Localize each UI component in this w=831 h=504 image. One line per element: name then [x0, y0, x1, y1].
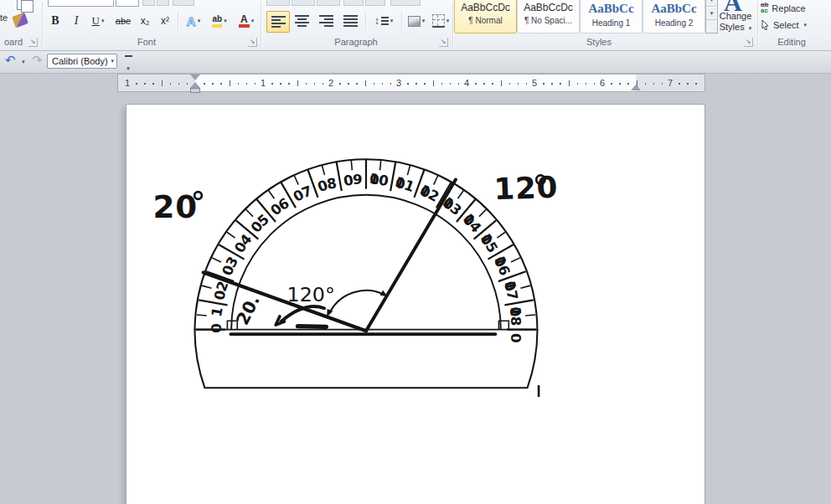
shrink-font-partial[interactable] — [157, 0, 169, 6]
document-area: 0102030405060708090100110120130140150160… — [0, 93, 831, 504]
hanging-indent-marker[interactable] — [190, 82, 200, 88]
quick-access-toolbar: ↶ ▾ ↷ Calibri (Body) ▾ ▾ — [0, 51, 831, 74]
handwritten-degree-left — [194, 192, 202, 199]
ruler-dot — [518, 83, 519, 85]
ruler-band[interactable]: 11234567 — [117, 74, 705, 92]
align-right-button[interactable] — [315, 11, 337, 31]
ruler-dot — [560, 83, 561, 85]
ruler-dot — [288, 83, 290, 85]
replace-icon-bottom: ac — [761, 8, 768, 14]
chevron-down-icon[interactable]: ▾ — [101, 18, 105, 24]
highlight-button[interactable]: ab — [212, 15, 222, 28]
ruler-dot — [339, 83, 341, 85]
document-page[interactable]: 0102030405060708090100110120130140150160… — [126, 105, 705, 504]
underline-button[interactable]: U — [92, 14, 100, 28]
ruler-dot — [271, 83, 273, 85]
justify-button[interactable] — [339, 11, 361, 31]
select-button[interactable]: Select ▾ — [761, 18, 807, 31]
replace-button[interactable]: ab ac Replace — [761, 2, 806, 14]
ruler-dot — [220, 83, 222, 85]
style-card-no-spacing[interactable]: AaBbCcDc ¶ No Spaci... — [517, 0, 580, 33]
group-separator — [42, 2, 43, 48]
text-caret — [538, 385, 540, 397]
numbering-partial[interactable] — [292, 0, 315, 6]
svg-text:0: 0 — [209, 323, 225, 333]
clear-formatting-partial[interactable] — [173, 0, 194, 6]
chevron-down-icon: ▾ — [749, 25, 752, 31]
bold-button[interactable]: B — [45, 11, 65, 31]
multilevel-list-partial[interactable] — [317, 0, 340, 6]
protractor-tick — [434, 176, 438, 185]
font-dialog-launcher[interactable]: ↘ — [248, 38, 257, 47]
superscript-button[interactable]: x² — [156, 11, 174, 31]
chevron-down-icon[interactable]: ▾ — [390, 18, 394, 24]
copy-icon-back[interactable] — [21, 0, 34, 13]
style-card-heading2[interactable]: AaBbCc Heading 2 — [643, 0, 705, 33]
italic-button[interactable]: I — [67, 11, 85, 31]
change-styles-line1: Change — [715, 11, 756, 22]
protractor-figure[interactable]: 0102030405060708090100110120130140150160… — [126, 105, 705, 504]
increase-indent-partial[interactable] — [365, 0, 385, 6]
grow-font-partial[interactable] — [142, 0, 155, 6]
ruler-dot — [526, 83, 528, 85]
customize-toolbar-button[interactable]: ▾ — [123, 55, 133, 74]
highlight-color-bar — [212, 24, 222, 28]
svg-text:18: 18 — [508, 306, 524, 326]
ruler-dot — [178, 83, 180, 85]
text-effects-button[interactable]: A — [187, 14, 196, 28]
borders-button[interactable]: ▾ — [429, 11, 452, 31]
chevron-down-icon[interactable]: ▾ — [446, 18, 450, 24]
group-separator — [261, 2, 261, 48]
ruler-dot — [348, 83, 349, 85]
chevron-down-icon[interactable]: ▾ — [198, 18, 201, 24]
svg-text:16: 16 — [491, 254, 513, 277]
font-color-button[interactable]: A — [239, 15, 250, 28]
shading-button[interactable]: ▾ — [405, 11, 428, 31]
paragraph-dialog-launcher[interactable]: ↘ — [439, 38, 448, 47]
clipboard-dialog-launcher[interactable]: ↘ — [28, 38, 38, 47]
ruler-dot — [374, 83, 375, 85]
align-left-button[interactable] — [266, 11, 290, 33]
select-label: Select — [773, 20, 799, 30]
bullets-partial[interactable] — [266, 0, 290, 6]
ruler-dot — [662, 83, 663, 85]
ruler-dot — [204, 83, 205, 85]
change-styles-button[interactable]: Change Styles ▾ — [715, 11, 756, 33]
decrease-indent-partial[interactable] — [343, 0, 364, 6]
undo-button[interactable]: ↶ — [5, 53, 16, 68]
protractor-inner-arc — [231, 195, 501, 330]
strikethrough-button[interactable]: abe — [112, 11, 134, 31]
style-card-heading1[interactable]: AaBbCc Heading 1 — [580, 0, 643, 33]
format-painter-icon[interactable] — [12, 13, 28, 28]
align-center-button[interactable] — [291, 11, 312, 31]
style-preview: AaBbCcDc — [518, 2, 579, 13]
undo-dropdown-icon[interactable]: ▾ — [22, 59, 25, 65]
printed-angle-label: 120° — [287, 283, 335, 306]
button-separator — [401, 12, 402, 30]
paste-label-partial[interactable]: te — [0, 13, 8, 23]
subscript-button[interactable]: x₂ — [136, 11, 154, 31]
font-size-box-partial[interactable] — [116, 0, 139, 7]
svg-text:17: 17 — [502, 280, 521, 301]
ruler-halfinch-tick — [637, 80, 637, 86]
redo-button[interactable]: ↷ — [32, 53, 43, 68]
paint-bucket-icon — [408, 16, 421, 27]
font-name-combobox[interactable]: Calibri (Body) ▾ — [47, 54, 117, 69]
gallery-scroll-down-icon[interactable]: ▾ — [706, 0, 717, 7]
ruler-dot — [594, 83, 596, 85]
protractor-tick — [294, 176, 298, 185]
font-name-box-partial[interactable] — [48, 0, 114, 7]
ruler-dot — [695, 83, 697, 85]
ruler-number: 1 — [261, 78, 266, 88]
line-spacing-button[interactable]: ↕ ▾ — [369, 11, 399, 31]
ruler-dot — [619, 83, 621, 85]
chevron-down-icon[interactable]: ▾ — [224, 18, 227, 24]
protractor-tick — [322, 166, 324, 175]
chevron-down-icon[interactable]: ▾ — [251, 18, 255, 24]
sort-show-hide-partial[interactable] — [390, 0, 421, 6]
first-line-indent-marker[interactable] — [190, 75, 200, 80]
styles-dialog-launcher[interactable]: ↘ — [744, 38, 753, 47]
chevron-down-icon[interactable]: ▾ — [422, 18, 426, 24]
justify-icon — [343, 15, 358, 27]
style-card-normal[interactable]: AaBbCcDc ¶ Normal — [454, 0, 517, 33]
